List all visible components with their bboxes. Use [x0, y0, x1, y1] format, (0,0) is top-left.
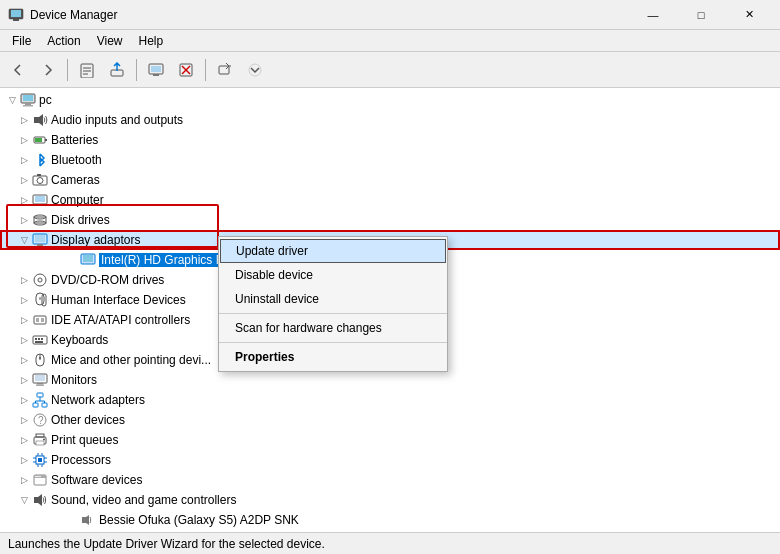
expand-dvd-icon[interactable]: ▷: [16, 272, 32, 288]
dvd-label: DVD/CD-ROM drives: [51, 273, 164, 287]
expand-network-icon[interactable]: ▷: [16, 392, 32, 408]
svg-rect-36: [37, 244, 43, 246]
svg-point-84: [35, 476, 37, 478]
expand-monitors-icon[interactable]: ▷: [16, 372, 32, 388]
ctx-uninstall-device[interactable]: Uninstall device: [219, 287, 447, 311]
tree-item-print[interactable]: ▷ Print queues: [0, 430, 780, 450]
expand-proc-icon[interactable]: ▷: [16, 452, 32, 468]
toolbar-sep3: [205, 59, 206, 81]
tree-item-sound[interactable]: ▽ Sound, video and game controllers: [0, 490, 780, 510]
svg-point-16: [249, 64, 261, 76]
processors-label: Processors: [51, 453, 111, 467]
cameras-label: Cameras: [51, 173, 100, 187]
expand-computer-icon[interactable]: ▷: [16, 192, 32, 208]
toolbar-sep2: [136, 59, 137, 81]
svg-point-85: [37, 476, 39, 478]
sound-icon: [32, 492, 48, 508]
tree-item-cameras[interactable]: ▷ Cameras: [0, 170, 780, 190]
expand-ide-icon[interactable]: ▷: [16, 312, 32, 328]
svg-point-71: [43, 439, 45, 441]
svg-rect-24: [35, 138, 42, 142]
menu-bar: File Action View Help: [0, 30, 780, 52]
monitors-icon: [32, 372, 48, 388]
forward-button[interactable]: [34, 56, 62, 84]
bessie1-label: Bessie Ofuka (Galaxy S5) A2DP SNK: [99, 513, 299, 527]
expand-bluetooth-icon[interactable]: ▷: [16, 152, 32, 168]
expand-batteries-icon[interactable]: ▷: [16, 132, 32, 148]
svg-rect-2: [13, 19, 19, 21]
minimize-button[interactable]: —: [630, 0, 676, 30]
svg-rect-57: [37, 383, 43, 385]
software-label: Software devices: [51, 473, 142, 487]
svg-rect-19: [25, 103, 31, 105]
ctx-scan[interactable]: Scan for hardware changes: [219, 316, 447, 340]
tree-item-monitors[interactable]: ▷ Monitors: [0, 370, 780, 390]
expand-print-icon[interactable]: ▷: [16, 432, 32, 448]
computer-icon: [32, 192, 48, 208]
collapse-sound-icon[interactable]: ▽: [16, 492, 32, 508]
print-icon: [32, 432, 48, 448]
svg-point-39: [34, 274, 46, 286]
svg-marker-88: [82, 515, 89, 525]
pc-label: pc: [39, 93, 52, 107]
tree-item-bluetooth[interactable]: ▷ Bluetooth: [0, 150, 780, 170]
tree-item-batteries[interactable]: ▷ Batteries: [0, 130, 780, 150]
expand-hid-icon[interactable]: ▷: [16, 292, 32, 308]
expand-disk-icon[interactable]: ▷: [16, 212, 32, 228]
svg-rect-29: [35, 196, 45, 202]
tree-item-network[interactable]: ▷ Network adapters: [0, 390, 780, 410]
toolbar: [0, 52, 780, 88]
context-menu: Update driver Disable device Uninstall d…: [218, 236, 448, 372]
tree-item-software[interactable]: ▷ Software devices: [0, 470, 780, 490]
collapse-icon[interactable]: ▽: [4, 92, 20, 108]
scan-changes-button[interactable]: [142, 56, 170, 84]
cameras-icon: [32, 172, 48, 188]
menu-file[interactable]: File: [4, 32, 39, 50]
tree-item-audio[interactable]: ▷ Audio inputs and outputs: [0, 110, 780, 130]
svg-point-40: [38, 278, 42, 282]
maximize-button[interactable]: □: [678, 0, 724, 30]
tree-item-bessie1[interactable]: Bessie Ofuka (Galaxy S5) A2DP SNK: [0, 510, 780, 530]
ctx-disable-device[interactable]: Disable device: [219, 263, 447, 287]
menu-help[interactable]: Help: [131, 32, 172, 50]
svg-rect-35: [35, 235, 45, 242]
svg-rect-38: [83, 255, 93, 262]
tree-item-processors[interactable]: ▷ Processors: [0, 450, 780, 470]
expand-cameras-icon[interactable]: ▷: [16, 172, 32, 188]
network-icon: [32, 392, 48, 408]
ctx-update-driver[interactable]: Update driver: [220, 239, 446, 263]
dvd-icon: [32, 272, 48, 288]
software-icon: [32, 472, 48, 488]
expand-audio-icon[interactable]: ▷: [16, 112, 32, 128]
expand-mice-icon[interactable]: ▷: [16, 352, 32, 368]
down-button[interactable]: [241, 56, 269, 84]
tree-item-other[interactable]: ▷ ? Other devices: [0, 410, 780, 430]
tree-item-computer[interactable]: ▷ Computer: [0, 190, 780, 210]
network-label: Network adapters: [51, 393, 145, 407]
ctx-properties[interactable]: Properties: [219, 345, 447, 369]
scan-button[interactable]: [211, 56, 239, 84]
expand-keyboards-icon[interactable]: ▷: [16, 332, 32, 348]
svg-rect-70: [36, 434, 44, 437]
menu-view[interactable]: View: [89, 32, 131, 50]
update-driver-toolbar-button[interactable]: [103, 56, 131, 84]
status-text: Launches the Update Driver Wizard for th…: [8, 537, 325, 551]
expand-other-icon[interactable]: ▷: [16, 412, 32, 428]
print-label: Print queues: [51, 433, 118, 447]
other-label: Other devices: [51, 413, 125, 427]
tree-item-disk[interactable]: ▷ Disk drives: [0, 210, 780, 230]
tree-item-bessie2[interactable]: Bessie Ofuka (Galaxy S5) Hands-Free HF A…: [0, 530, 780, 532]
mice-label: Mice and other pointing devi...: [51, 353, 211, 367]
tree-item-pc[interactable]: ▽ pc: [0, 90, 780, 110]
collapse-display-icon[interactable]: ▽: [16, 232, 32, 248]
close-button[interactable]: ✕: [726, 0, 772, 30]
uninstall-button[interactable]: [172, 56, 200, 84]
menu-action[interactable]: Action: [39, 32, 88, 50]
expand-software-icon[interactable]: ▷: [16, 472, 32, 488]
svg-rect-20: [23, 105, 33, 107]
back-button[interactable]: [4, 56, 32, 84]
properties-button[interactable]: [73, 56, 101, 84]
svg-rect-30: [37, 204, 43, 206]
other-icon: ?: [32, 412, 48, 428]
keyboards-label: Keyboards: [51, 333, 108, 347]
